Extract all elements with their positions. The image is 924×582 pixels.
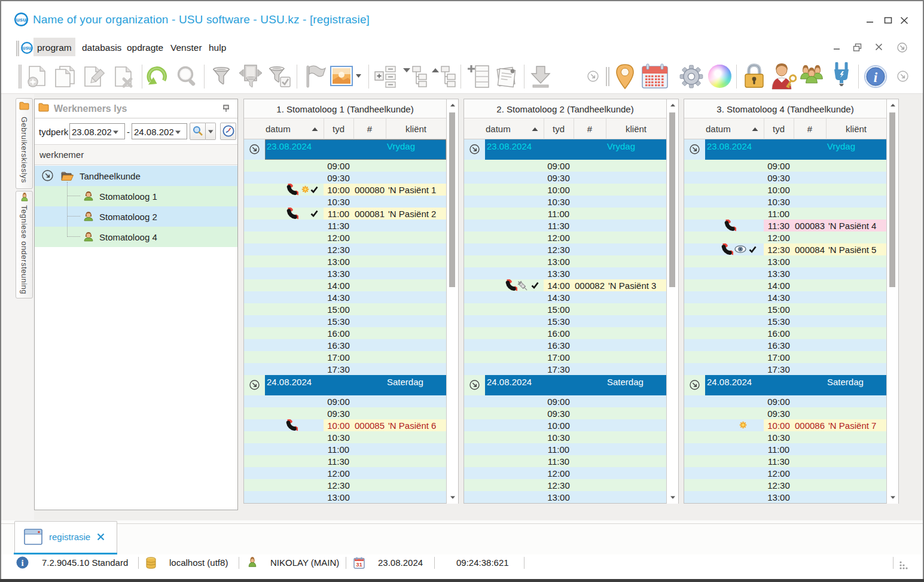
svg-text:i: i [874,70,878,85]
svg-text:i: i [21,558,23,568]
svg-text:31: 31 [356,561,362,568]
svg-text:usu: usu [16,16,26,23]
svg-text:usu: usu [23,45,32,51]
